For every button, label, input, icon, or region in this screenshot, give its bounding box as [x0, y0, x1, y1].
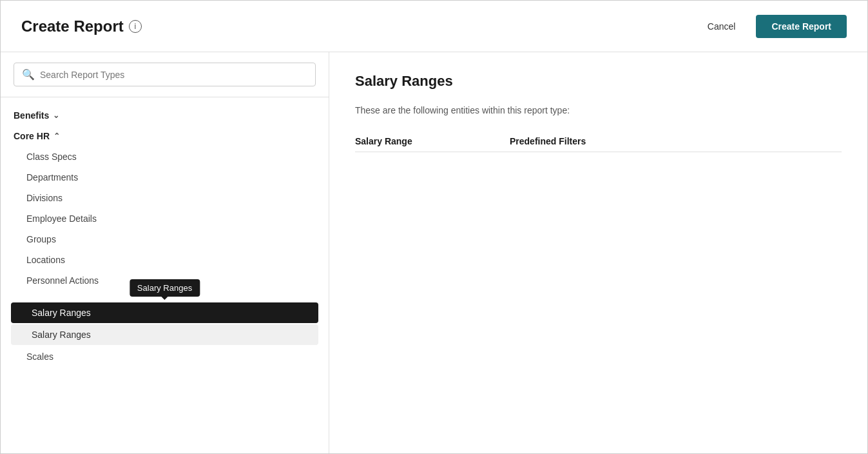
- entities-description: These are the following entities within …: [355, 105, 842, 115]
- report-type-title: Salary Ranges: [355, 73, 842, 90]
- entities-table-header: Salary Range Predefined Filters: [355, 131, 842, 152]
- sidebar-group-benefits[interactable]: Benefits ⌄: [1, 105, 329, 126]
- sidebar-item-class-specs[interactable]: Class Specs: [1, 146, 329, 167]
- sidebar-item-employee-details[interactable]: Employee Details: [1, 208, 329, 229]
- sidebar-item-salary-ranges-secondary[interactable]: Salary Ranges: [11, 324, 318, 345]
- content-area: 🔍 Benefits ⌄ Core HR ⌃ Class Specs: [1, 52, 867, 453]
- chevron-down-icon: ⌄: [53, 111, 59, 120]
- sidebar-item-departments[interactable]: Departments: [1, 167, 329, 188]
- nav-list: Benefits ⌄ Core HR ⌃ Class Specs Departm…: [1, 97, 329, 453]
- search-icon: 🔍: [22, 68, 35, 81]
- search-box: 🔍: [14, 63, 316, 86]
- sidebar-item-divisions[interactable]: Divisions: [1, 188, 329, 208]
- main-panel: Salary Ranges These are the following en…: [329, 52, 867, 453]
- header-left: Create Report i: [21, 17, 142, 35]
- sidebar-item-locations[interactable]: Locations: [1, 250, 329, 270]
- tooltip: Salary Ranges: [130, 279, 200, 297]
- chevron-up-icon: ⌃: [53, 132, 60, 141]
- page-wrapper: Create Report i Cancel Create Report 🔍 B: [0, 0, 868, 454]
- info-icon[interactable]: i: [129, 20, 142, 33]
- salary-ranges-container: Salary Ranges Salary Ranges Salary Range…: [6, 291, 323, 345]
- col-header-predefined-filters: Predefined Filters: [510, 136, 639, 146]
- tooltip-text: Salary Ranges: [137, 283, 192, 293]
- create-report-button[interactable]: Create Report: [756, 15, 847, 38]
- col-header-salary-range: Salary Range: [355, 136, 484, 146]
- sidebar-item-groups[interactable]: Groups: [1, 229, 329, 250]
- cancel-button[interactable]: Cancel: [697, 16, 746, 37]
- sidebar-item-scales[interactable]: Scales: [1, 346, 329, 367]
- header: Create Report i Cancel Create Report: [1, 1, 867, 52]
- core-hr-label: Core HR: [14, 131, 50, 141]
- sidebar: 🔍 Benefits ⌄ Core HR ⌃ Class Specs: [1, 52, 329, 453]
- sidebar-group-core-hr[interactable]: Core HR ⌃: [1, 126, 329, 146]
- header-right: Cancel Create Report: [697, 15, 847, 38]
- benefits-label: Benefits: [14, 110, 49, 121]
- search-input[interactable]: [40, 70, 307, 80]
- search-container: 🔍: [1, 52, 329, 97]
- page-title: Create Report: [21, 17, 124, 35]
- sidebar-item-salary-ranges[interactable]: Salary Ranges: [11, 302, 318, 323]
